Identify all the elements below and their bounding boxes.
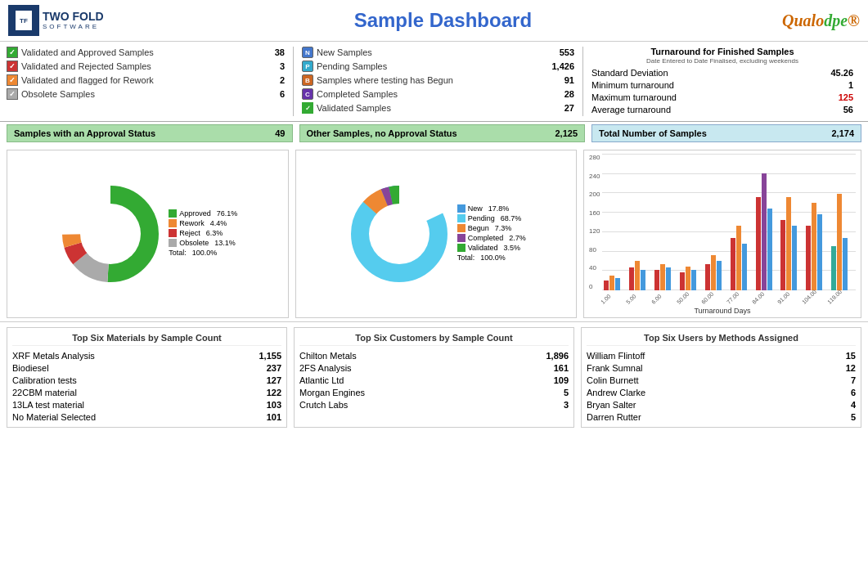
bars-area: 1.00 5.00 6.00 50.00 60.00 77.00 84.00 9… <box>602 154 856 305</box>
begun-value: 91 <box>550 75 574 85</box>
approved-icon: ✓ <box>7 47 18 58</box>
begun-icon: B <box>302 74 313 86</box>
obsolete-value: 6 <box>260 89 285 99</box>
bar-group-10 <box>831 194 854 290</box>
bar <box>654 270 659 290</box>
obsolete-icon: ✓ <box>7 88 18 100</box>
summary-no-approval-label: Other Samples, no Approval Status <box>307 128 457 138</box>
donut-chart-2: New17.8% Pending68.7% Begun7.3% Complete… <box>295 150 578 318</box>
y-label-40: 40 <box>589 264 600 272</box>
rejected-icon: ✓ <box>7 61 18 72</box>
pending-icon: P <box>302 61 313 72</box>
new-icon: N <box>302 47 313 58</box>
material-row-1: XRF Metals Analysis 1,155 <box>12 351 281 361</box>
stddev-value: 45.26 <box>830 68 853 78</box>
header: TF TWO FOLD SOFTWARE Sample Dashboard Qu… <box>0 0 868 42</box>
customer-label-4: Morgan Engines <box>299 388 365 397</box>
user-row-2: Frank Sumnal 12 <box>587 363 856 373</box>
turnaround-avg-row: Average turnaround 56 <box>591 105 853 114</box>
bar <box>756 197 761 290</box>
summary-approval-label: Samples with an Approval Status <box>14 128 155 138</box>
bar-chart: 280 240 200 160 120 80 40 0 <box>583 150 861 318</box>
user-value-2: 12 <box>846 363 856 373</box>
bar <box>806 226 811 290</box>
summary-total: Total Number of Samples 2,174 <box>591 124 861 142</box>
logo-name: TWO FOLD <box>43 11 104 23</box>
rework-icon: ✓ <box>7 74 18 86</box>
stat-row-rework: ✓ Validated and flagged for Rework 2 <box>7 74 285 86</box>
bar <box>831 246 836 290</box>
user-label-4: Andrew Clarke <box>587 388 645 397</box>
user-value-3: 7 <box>851 375 856 385</box>
summary-approval-value: 49 <box>275 128 285 138</box>
bar <box>792 226 797 290</box>
bar <box>629 267 634 290</box>
stats-left: ✓ Validated and Approved Samples 38 ✓ Va… <box>7 47 293 116</box>
user-row-1: William Flintoff 15 <box>587 351 856 361</box>
page-title: Sample Dashboard <box>354 9 532 32</box>
customer-label-2: 2FS Analysis <box>299 363 352 373</box>
material-value-1: 1,155 <box>259 351 281 361</box>
min-value: 1 <box>848 80 853 90</box>
logo-icon: TF <box>8 5 39 36</box>
material-label-4: 22CBM material <box>12 388 77 397</box>
material-value-5: 103 <box>267 400 281 410</box>
customer-value-1: 1,896 <box>546 351 569 361</box>
donut1-svg <box>57 181 164 287</box>
stats-mid: N New Samples 553 P Pending Samples 1,42… <box>293 47 583 116</box>
approved-value: 38 <box>260 47 285 57</box>
max-value: 125 <box>839 92 853 102</box>
customer-row-1: Chilton Metals 1,896 <box>299 351 569 361</box>
stat-row-validated: ✓ Validated Samples 27 <box>302 102 574 114</box>
approved-label: Validated and Approved Samples <box>21 47 257 57</box>
stat-row-rejected: ✓ Validated and Rejected Samples 3 <box>7 61 285 72</box>
material-label-1: XRF Metals Analysis <box>12 351 95 361</box>
max-label: Maximum turnaround <box>591 92 677 102</box>
bar <box>837 194 842 290</box>
turnaround-max-row: Maximum turnaround 125 <box>591 92 853 102</box>
y-label-0: 0 <box>589 283 600 290</box>
bar-groups-container <box>602 154 856 290</box>
y-label-160: 160 <box>589 209 600 217</box>
bar-chart-title: Turnaround Days <box>589 307 856 315</box>
top-materials-title: Top Six Materials by Sample Count <box>12 333 281 346</box>
pending-value: 1,426 <box>550 61 574 71</box>
turnaround-title: Turnaround for Finished Samples <box>591 47 853 56</box>
top-customers-box: Top Six Customers by Sample Count Chilto… <box>294 327 574 428</box>
customer-row-4: Morgan Engines 5 <box>299 388 569 397</box>
bar <box>604 281 609 290</box>
stat-row-completed: C Completed Samples 28 <box>302 88 574 100</box>
y-label-280: 280 <box>589 154 600 161</box>
customer-value-3: 109 <box>554 375 569 385</box>
avg-value: 56 <box>843 105 853 114</box>
stat-row-approved: ✓ Validated and Approved Samples 38 <box>7 47 285 58</box>
customer-label-1: Chilton Metals <box>299 351 357 361</box>
donut2-legend: New17.8% Pending68.7% Begun7.3% Complete… <box>457 204 526 263</box>
logo-area: TF TWO FOLD SOFTWARE <box>8 5 104 36</box>
donut2-svg <box>346 181 452 287</box>
bar-group-8 <box>780 197 803 290</box>
x-axis-labels: 1.00 5.00 6.00 50.00 60.00 77.00 84.00 9… <box>602 290 856 305</box>
summary-approval: Samples with an Approval Status 49 <box>7 124 293 142</box>
bar-group-9 <box>806 203 829 290</box>
summary-total-value: 2,174 <box>831 128 854 138</box>
material-value-3: 127 <box>267 375 281 385</box>
turnaround-min-row: Minimum turnaround 1 <box>591 80 853 90</box>
customer-value-5: 3 <box>564 400 569 410</box>
avg-label: Average turnaround <box>591 105 671 114</box>
stat-row-begun: B Samples where testing has Begun 91 <box>302 74 574 86</box>
stddev-label: Standard Deviation <box>591 68 668 78</box>
charts-section: Approved76.1% Rework4.4% Reject6.3% Obso… <box>0 146 868 322</box>
rework-label: Validated and flagged for Rework <box>21 75 257 85</box>
obsolete-label: Obsolete Samples <box>21 89 257 99</box>
material-label-6: No Material Selected <box>12 412 96 422</box>
turnaround-subtitle: Date Entered to Date Finalised, excludin… <box>591 57 853 65</box>
turnaround-section: Turnaround for Finished Samples Date Ent… <box>583 47 861 116</box>
y-label-200: 200 <box>589 191 600 198</box>
completed-icon: C <box>302 88 313 100</box>
user-value-5: 4 <box>851 400 856 410</box>
validated-value: 27 <box>550 103 574 113</box>
new-label: New Samples <box>317 47 546 57</box>
bar <box>680 272 685 290</box>
bar <box>705 264 710 290</box>
